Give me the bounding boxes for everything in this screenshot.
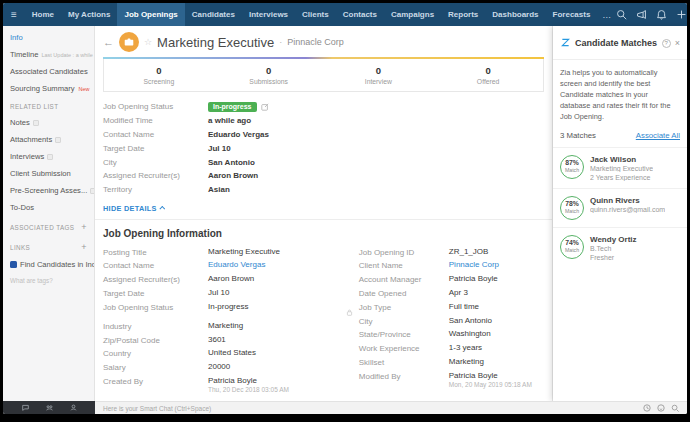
field-row: Account ManagerPatricia Boyle — [359, 273, 544, 287]
field-row: State/ProvinceWashington — [359, 328, 544, 342]
summary-row: TerritoryAsian — [103, 183, 544, 197]
nav-item-interviews[interactable]: Interviews — [242, 3, 295, 26]
associated-tags-header: ASSOCIATED TAGS + — [10, 222, 87, 232]
sidebar-item-client-submission[interactable]: Client Submission — [10, 169, 87, 178]
search-icon[interactable] — [616, 9, 627, 20]
what-are-tags-hint[interactable]: What are tags? — [10, 277, 87, 284]
pipeline-progress-line — [103, 57, 544, 59]
indeed-icon — [10, 261, 17, 268]
match-item-jack-wilson[interactable]: 87% Match Jack Wilson Marketing Executiv… — [553, 147, 687, 188]
field-row: CitySan Antonio — [359, 315, 544, 329]
candidate-detail: Fresher — [590, 254, 637, 261]
stat-interview[interactable]: 0Interview — [324, 65, 434, 85]
field-row: SkillsetMarketing — [359, 356, 544, 370]
zoom-search-icon[interactable] — [671, 404, 679, 412]
candidate-detail: Marketing Executive — [590, 165, 653, 172]
candidate-detail: B.Tech — [590, 245, 637, 252]
field-row: Work Experience1-3 years — [359, 342, 544, 356]
nav-overflow-icon[interactable]: … — [597, 10, 616, 20]
nav-item-forecasts[interactable]: Forecasts — [546, 3, 598, 26]
sidebar-item-find-candidates-indeed[interactable]: Find Candidates in Indeed — [10, 260, 87, 269]
count-badge — [55, 137, 61, 143]
created-time: Thu, 20 Dec 2018 03:05 AM — [208, 386, 289, 393]
candidate-name: Wendy Ortiz — [590, 235, 637, 244]
stat-submissions[interactable]: 0Submissions — [214, 65, 324, 85]
hamburger-icon[interactable]: ≡ — [11, 9, 17, 20]
star-icon[interactable]: ☆ — [144, 37, 152, 47]
bell-icon[interactable] — [656, 9, 667, 20]
match-percent-ring: 87% Match — [560, 155, 584, 179]
hide-details-toggle[interactable]: HIDE DETAILS — [103, 204, 544, 213]
job-opening-avatar — [119, 32, 139, 52]
sidebar-item-attachments[interactable]: Attachments — [10, 135, 87, 144]
feedback-smiley-icon[interactable] — [657, 404, 665, 412]
lock-icon — [346, 302, 353, 320]
status-badge[interactable]: In-progress — [208, 102, 257, 112]
nav-item-my-actions[interactable]: My Actions — [61, 3, 117, 26]
field-row: Posting TitleMarketing Executive — [103, 246, 359, 260]
contacts-icon[interactable] — [70, 404, 77, 411]
match-item-wendy-ortiz[interactable]: 74% Match Wendy Ortiz B.Tech Fresher — [553, 227, 687, 268]
summary-fields: Job Opening Status In-progress Modified … — [95, 92, 552, 197]
summary-row: Target DateJul 10 — [103, 141, 544, 155]
field-row: Contact NameEduardo Vergas — [103, 259, 359, 273]
add-icon[interactable] — [676, 9, 687, 20]
nav-item-contacts[interactable]: Contacts — [336, 3, 384, 26]
match-percent-ring: 74% Match — [560, 235, 584, 259]
field-row: Zip/Postal Code3601 — [103, 334, 359, 348]
nav-item-dashboards[interactable]: Dashboards — [485, 3, 545, 26]
chat-bubble-icon[interactable] — [22, 404, 29, 411]
panel-title: Candidate Matches — [575, 38, 657, 48]
field-row: Target DateJul 10 — [103, 287, 359, 301]
back-icon[interactable]: ← — [103, 36, 114, 48]
stat-screening[interactable]: 0Screening — [104, 65, 214, 85]
help-icon[interactable]: ? — [662, 39, 671, 48]
bottom-bar: Here is your Smart Chat (Ctrl+Space) — [3, 401, 687, 414]
close-icon[interactable]: × — [675, 38, 680, 48]
count-badge — [47, 154, 53, 160]
sidebar-item-pre-screening[interactable]: Pre-Screening Asses... — [10, 186, 87, 195]
candidate-detail: 2 Years Experience — [590, 174, 653, 181]
match-percent-ring: 78% Match — [560, 196, 584, 220]
associate-all-link[interactable]: Associate All — [636, 131, 680, 140]
sidebar-item-todos[interactable]: To-Dos — [10, 203, 87, 212]
sidebar-item-notes[interactable]: Notes — [10, 118, 87, 127]
smart-chat-bar[interactable]: Here is your Smart Chat (Ctrl+Space) — [95, 401, 687, 414]
edit-status-icon[interactable] — [261, 103, 269, 111]
nav-item-clients[interactable]: Clients — [295, 3, 336, 26]
nav-item-reports[interactable]: Reports — [441, 3, 485, 26]
field-row: Job Opening IDZR_1_JOB — [359, 246, 544, 260]
add-link-icon[interactable]: + — [81, 242, 87, 252]
summary-row: Contact NameEduardo Vergas — [103, 128, 544, 142]
section-title: Job Opening Information — [103, 228, 544, 239]
summary-row: Assigned Recruiter(s)Aaron Brown — [103, 169, 544, 183]
channels-icon[interactable] — [46, 404, 53, 411]
title-separator: · — [279, 37, 282, 47]
field-row: Client NamePinnacle Corp — [359, 259, 544, 273]
nav-item-job-openings[interactable]: Job Openings — [117, 3, 184, 26]
field-row: Modified By Patricia Boyle Mon, 20 May 2… — [359, 370, 544, 388]
left-sidebar: Info Timeline Last Update : a while ago … — [3, 26, 95, 401]
candidate-matches-panel: Candidate Matches ? × Zia helps you to a… — [553, 26, 687, 401]
nav-item-campaigns[interactable]: Campaigns — [384, 3, 441, 26]
cliq-dock — [3, 401, 95, 414]
add-tag-icon[interactable]: + — [81, 222, 87, 232]
sidebar-item-interviews[interactable]: Interviews — [10, 152, 87, 161]
recent-items-icon[interactable] — [643, 404, 651, 412]
megaphone-icon[interactable] — [636, 9, 647, 20]
contact-name-link[interactable]: Eduardo Vergas — [208, 260, 265, 269]
sidebar-item-timeline[interactable]: Timeline Last Update : a while ago — [10, 50, 87, 59]
nav-item-candidates[interactable]: Candidates — [185, 3, 242, 26]
count-badge — [33, 120, 39, 126]
nav-item-home[interactable]: Home — [25, 3, 61, 26]
field-row: Assigned Recruiter(s)Aaron Brown — [103, 273, 359, 287]
match-item-quinn-rivers[interactable]: 78% Match Quinn Rivers quinn.rivers@gmai… — [553, 188, 687, 227]
sidebar-item-sourcing-summary[interactable]: Sourcing Summary New — [10, 84, 87, 93]
client-name-link[interactable]: Pinnacle Corp — [449, 260, 499, 269]
sidebar-item-associated-candidates[interactable]: Associated Candidates — [10, 67, 87, 76]
smart-chat-placeholder: Here is your Smart Chat (Ctrl+Space) — [103, 405, 211, 412]
page-title: Marketing Executive — [157, 35, 274, 50]
stat-offered[interactable]: 0Offered — [433, 65, 543, 85]
field-row: Job Opening Status In-progress — [103, 301, 359, 320]
sidebar-item-info[interactable]: Info — [10, 33, 87, 42]
